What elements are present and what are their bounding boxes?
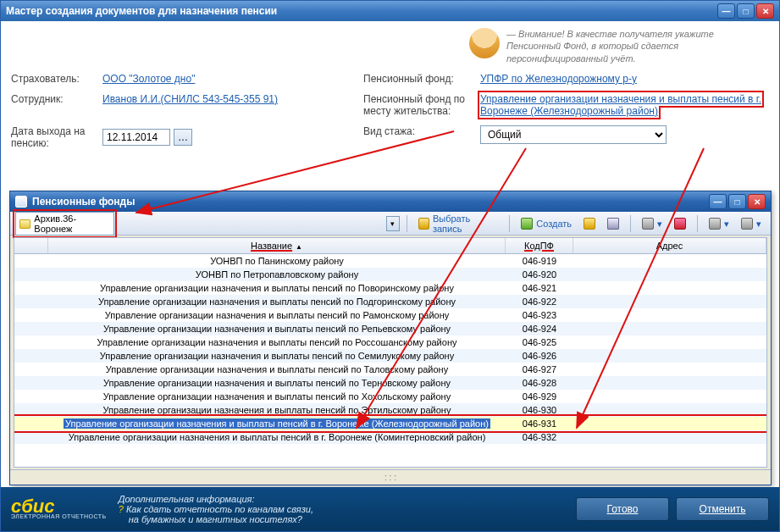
table-row[interactable]: Управление организации назначения и выпл… (14, 403, 766, 417)
col-address[interactable]: Адрес (573, 238, 766, 253)
footer-link-1[interactable]: Как сдать отчетность по каналам связи, (126, 504, 313, 514)
cancel-button[interactable]: Отменить (676, 497, 769, 521)
stazh-select[interactable]: Общий (480, 125, 667, 144)
archive-value: Архив.36-Воронеж (34, 213, 110, 234)
col-code[interactable]: КодПФ (506, 238, 573, 253)
copy-button[interactable] (603, 215, 623, 232)
inner-close-button[interactable]: ✕ (748, 194, 766, 209)
maximize-button[interactable]: □ (737, 3, 755, 19)
table-row[interactable]: Управление организации назначения и выпл… (14, 335, 766, 349)
sbis-logo: сбис ЭЛЕКТРОННАЯ ОТЧЕТНОСТЬ (11, 499, 107, 518)
insurer-label: Страхователь: (11, 73, 96, 85)
move-button[interactable]: ▾ (638, 215, 667, 232)
table-row[interactable]: Управление организации назначения и выпл… (14, 417, 766, 430)
pf-residence-label: Пенсионный фонд по месту жительства: (363, 93, 473, 117)
archive-dropdown-button[interactable]: ▾ (386, 216, 399, 231)
pension-funds-titlebar[interactable]: Пенсионные фонды — □ ✕ (10, 191, 771, 212)
archive-selector[interactable]: Архив.36-Воронеж (15, 212, 114, 236)
retire-date-label: Дата выхода на пенсию: (11, 125, 96, 149)
table-row[interactable]: Управление организации назначения и выпл… (14, 430, 766, 444)
stazh-label: Вид стажа: (363, 125, 473, 149)
wizard-hint-text: — Внимание! В качестве получателя укажит… (506, 28, 769, 64)
funds-grid: Название▲ КодПФ Адрес УОНВП по Панинском… (14, 237, 767, 468)
pension-funds-window: Пенсионные фонды — □ ✕ Архив.36-Воронеж … (9, 191, 772, 485)
copy-icon (607, 218, 619, 230)
close-button[interactable]: ✕ (756, 3, 774, 19)
wizard-body: — Внимание! В качестве получателя укажит… (1, 21, 779, 487)
sort-asc-icon: ▲ (292, 243, 302, 251)
create-button[interactable]: Создать (517, 215, 576, 232)
table-row[interactable]: Управление организации назначения и выпл… (14, 281, 766, 295)
employee-label: Сотрудник: (11, 93, 96, 117)
form-grid: Страхователь: ООО "Золотое дно" Пенсионн… (11, 73, 769, 149)
table-row[interactable]: УОНВП по Петропавловскому району046-920 (14, 268, 766, 281)
table-row[interactable]: Управление организации назначения и выпл… (14, 295, 766, 308)
wizard-title: Мастер создания документов для назначени… (6, 5, 277, 17)
grid-header: Название▲ КодПФ Адрес (14, 238, 766, 254)
table-row[interactable]: Управление организации назначения и выпл… (14, 363, 766, 376)
wizard-footer: сбис ЭЛЕКТРОННАЯ ОТЧЕТНОСТЬ Дополнительн… (1, 487, 779, 531)
delete-icon (674, 218, 686, 230)
window-icon (15, 196, 27, 208)
pf-residence-value[interactable]: Управление организации назначения и выпл… (480, 93, 761, 117)
table-row[interactable]: Управление организации назначения и выпл… (14, 376, 766, 390)
col-name[interactable]: Название▲ (48, 238, 506, 253)
retire-date-input[interactable] (102, 129, 170, 146)
inner-minimize-button[interactable]: — (709, 194, 727, 209)
table-row[interactable]: УОНВП по Панинскому району046-919 (14, 254, 766, 268)
select-record-button[interactable]: Выбрать запись (414, 211, 503, 236)
inner-maximize-button[interactable]: □ (728, 194, 746, 209)
table-row[interactable]: Управление организации назначения и выпл… (14, 322, 766, 335)
pf-label: Пенсионный фонд: (363, 73, 473, 85)
gear-icon (741, 218, 753, 230)
footer-info: Дополнительная информация: ? Как сдать о… (119, 494, 313, 524)
insurer-value[interactable]: ООО "Золотое дно" (102, 73, 195, 85)
select-icon (418, 218, 429, 230)
print-button[interactable]: ▾ (705, 215, 733, 232)
delete-button[interactable] (670, 215, 690, 232)
minimize-button[interactable]: — (717, 3, 735, 19)
settings-button[interactable]: ▾ (737, 215, 766, 232)
table-row[interactable]: Управление организации назначения и выпл… (14, 390, 766, 403)
date-picker-button[interactable]: … (174, 129, 192, 146)
wizard-titlebar[interactable]: Мастер создания документов для назначени… (1, 1, 779, 21)
inner-statusbar: : : : (10, 469, 771, 485)
pension-funds-title: Пенсионные фонды (32, 196, 135, 208)
edit-button[interactable] (579, 215, 600, 232)
grid-body[interactable]: УОНВП по Панинскому району046-919УОНВП п… (14, 254, 766, 466)
wizard-window: Мастер создания документов для назначени… (0, 0, 780, 532)
done-button[interactable]: Готово (576, 497, 669, 521)
plus-icon (521, 218, 533, 230)
pf-value[interactable]: УПФР по Железнодорожному р-у (480, 73, 637, 85)
move-icon (642, 218, 654, 230)
col-spacer[interactable] (14, 238, 48, 253)
assistant-icon (469, 28, 500, 58)
footer-link-2[interactable]: на бумажных и магнитных носителях? (129, 514, 302, 524)
edit-icon (584, 218, 595, 230)
inner-toolbar: Архив.36-Воронеж ▾ Выбрать запись Создат… (10, 212, 771, 236)
table-row[interactable]: Управление организации назначения и выпл… (14, 349, 766, 363)
folder-icon (19, 219, 30, 229)
employee-value[interactable]: Иванов И.И.(СНИЛС 543-545-355 91) (102, 93, 278, 105)
print-icon (709, 218, 721, 230)
wizard-hint: — Внимание! В качестве получателя укажит… (11, 28, 769, 64)
table-row[interactable]: Управление организации назначения и выпл… (14, 308, 766, 322)
